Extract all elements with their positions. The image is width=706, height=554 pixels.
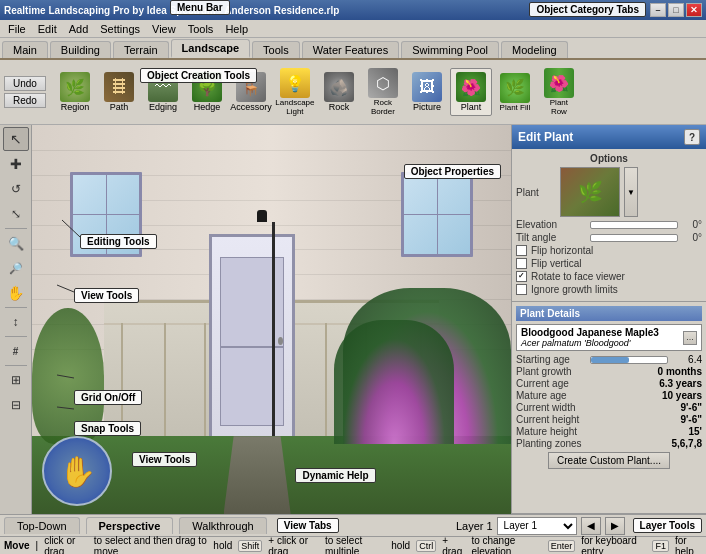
flip-vertical-label: Flip vertical	[531, 258, 582, 269]
plant-select-dropdown[interactable]: ▼	[624, 167, 638, 217]
status-ctrl-click: + click or drag	[268, 535, 319, 555]
layer-btn-2[interactable]: ▶	[605, 517, 625, 535]
undo-redo-group: Undo Redo	[4, 76, 46, 108]
rotate-face-viewer-checkbox[interactable]: ✓	[516, 271, 527, 282]
tab-swimming-pool[interactable]: Swimming Pool	[401, 41, 499, 58]
undo-button[interactable]: Undo	[4, 76, 46, 91]
lamp-post	[272, 222, 275, 436]
elevation-slider[interactable]	[590, 221, 678, 229]
tool-rock[interactable]: 🪨 Rock	[318, 68, 360, 116]
bottom-tab-topdown[interactable]: Top-Down	[4, 517, 80, 534]
compass-symbol: ✋	[59, 454, 96, 489]
pan-tool[interactable]: ✋	[3, 281, 29, 305]
menu-item-help[interactable]: Help	[219, 22, 254, 36]
maximize-button[interactable]: □	[668, 3, 684, 17]
panel-help-button[interactable]: ?	[684, 129, 700, 145]
tool-region[interactable]: 🌿 Region	[54, 68, 96, 116]
tab-terrain[interactable]: Terrain	[113, 41, 169, 58]
menu-item-add[interactable]: Add	[63, 22, 95, 36]
tilt-slider[interactable]	[590, 234, 678, 242]
tab-water-features[interactable]: Water Features	[302, 41, 399, 58]
tab-landscape[interactable]: Landscape	[171, 39, 250, 58]
tool-path-label: Path	[110, 103, 129, 113]
panel-title: Edit Plant	[518, 130, 573, 144]
object-toolbar: Undo Redo 🌿 Region 🛤 Path 〰 Edging 🌳 Hed…	[0, 60, 706, 125]
tool-accessory-label: Accessory	[230, 103, 272, 113]
tilt-label: Tilt angle	[516, 232, 586, 243]
tab-building[interactable]: Building	[50, 41, 111, 58]
minimize-button[interactable]: –	[650, 3, 666, 17]
mature-height-label: Mature height	[516, 426, 577, 437]
current-age-value: 6.3 years	[659, 378, 702, 389]
redo-button[interactable]: Redo	[4, 93, 46, 108]
move-tool[interactable]: ✚	[3, 152, 29, 176]
plant-growth-label: Plant growth	[516, 366, 572, 377]
scale-tool[interactable]: ⤡	[3, 202, 29, 226]
layer-bar: Top-Down Perspective Walkthrough View Ta…	[0, 514, 706, 536]
main-content: ↖ ✚ ↺ ⤡ 🔍 🔎 ✋ ↕ # ⊞ ⊟	[0, 125, 706, 514]
plant-details-title-bar: Plant Details	[516, 306, 702, 321]
rotate-tool[interactable]: ↺	[3, 177, 29, 201]
select-tool[interactable]: ↖	[3, 127, 29, 151]
mature-age-value: 10 years	[662, 390, 702, 401]
starting-age-slider[interactable]	[590, 356, 668, 364]
mature-age-row: Mature age 10 years	[516, 390, 702, 401]
menu-item-tools[interactable]: Tools	[182, 22, 220, 36]
tool-picture[interactable]: 🖼 Picture	[406, 68, 448, 116]
tool-landscape-light[interactable]: 💡 Landscape Light	[274, 64, 316, 120]
mature-height-row: Mature height 15'	[516, 426, 702, 437]
ignore-growth-row: Ignore growth limits	[516, 284, 702, 295]
door	[209, 234, 295, 436]
status-help: for help	[675, 535, 702, 555]
left-tool-divider-3	[5, 336, 27, 337]
menu-item-edit[interactable]: Edit	[32, 22, 63, 36]
starting-age-label: Starting age	[516, 354, 586, 365]
tool-hedge-label: Hedge	[194, 103, 221, 113]
compass: ✋	[42, 436, 112, 506]
tab-main[interactable]: Main	[2, 41, 48, 58]
ignore-growth-checkbox[interactable]	[516, 284, 527, 295]
tool-rock-label: Rock	[329, 103, 350, 113]
right-window	[401, 172, 473, 258]
status-enter-key: Enter	[548, 540, 576, 552]
menu-item-settings[interactable]: Settings	[94, 22, 146, 36]
menu-item-file[interactable]: File	[2, 22, 32, 36]
status-f1-key: F1	[652, 540, 669, 552]
zoom-in-tool[interactable]: 🔍	[3, 231, 29, 255]
flip-horizontal-label: Flip horizontal	[531, 245, 593, 256]
viewport[interactable]: ✋ Editing Tools View Tools Grid On/Off S…	[32, 125, 511, 514]
tool-plant-row[interactable]: 🌺 Plant Row	[538, 64, 580, 120]
tool-plant-label: Plant	[461, 103, 482, 113]
menu-bar: File Edit Add Settings View Tools Help M…	[0, 20, 706, 38]
snap-tool-1[interactable]: ⊞	[3, 368, 29, 392]
tool-rock-border[interactable]: ⬡ Rock Border	[362, 64, 404, 120]
tool-plant-fill[interactable]: 🌿 Plant Fill	[494, 69, 536, 116]
plant-field-label: Plant	[516, 187, 556, 198]
create-custom-plant-button[interactable]: Create Custom Plant....	[548, 452, 670, 469]
flip-vertical-checkbox[interactable]	[516, 258, 527, 269]
bottom-tab-walkthrough[interactable]: Walkthrough	[179, 517, 266, 534]
elevation-label: Elevation	[516, 219, 586, 230]
menu-item-view[interactable]: View	[146, 22, 182, 36]
view-tabs-annotation: View Tabs	[277, 518, 339, 533]
layer-select[interactable]: Layer 1 Layer 2 Layer 3	[497, 517, 577, 535]
status-click: click or drag	[44, 535, 88, 555]
status-bar: Move | click or drag to select and then …	[0, 536, 706, 554]
plant-name-line1: Bloodgood Japanese Maple3	[521, 327, 659, 338]
layer-btn-1[interactable]: ◀	[581, 517, 601, 535]
zoom-out-tool[interactable]: 🔎	[3, 256, 29, 280]
plant-name-box: Bloodgood Japanese Maple3 Acer palmatum …	[516, 324, 702, 351]
tab-modeling[interactable]: Modeling	[501, 41, 568, 58]
status-elevation: to change elevation	[471, 535, 541, 555]
snap-tool-2[interactable]: ⊟	[3, 393, 29, 417]
tool-plant[interactable]: 🌺 Plant	[450, 68, 492, 116]
status-multiple: to select multiple	[325, 535, 385, 555]
tab-tools[interactable]: Tools	[252, 41, 300, 58]
tool-path[interactable]: 🛤 Path	[98, 68, 140, 116]
bottom-tab-perspective[interactable]: Perspective	[86, 517, 174, 534]
close-button[interactable]: ✕	[686, 3, 702, 17]
grid-toggle[interactable]: #	[3, 339, 29, 363]
plant-name-expand-btn[interactable]: …	[683, 331, 697, 345]
flip-horizontal-checkbox[interactable]	[516, 245, 527, 256]
elevation-tool[interactable]: ↕	[3, 310, 29, 334]
